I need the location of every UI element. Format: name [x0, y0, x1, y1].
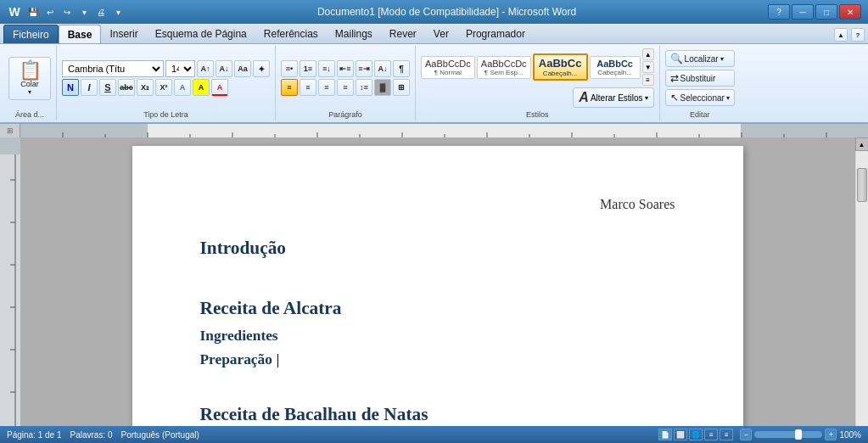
fullscreen-view-btn[interactable]: ⬜ — [674, 429, 687, 440]
heading-ingredientes-1: Ingredientes — [200, 328, 675, 345]
strikethrough-btn[interactable]: abc — [118, 79, 135, 96]
clipboard-group-label: Área d... — [15, 109, 44, 119]
paragraph-group-label: Parágrafo — [328, 109, 362, 119]
styles-group-label: Estilos — [526, 109, 549, 119]
decrease-font-btn[interactable]: A↓ — [216, 60, 232, 77]
tab-inserir[interactable]: Inserir — [101, 25, 146, 43]
text-effects-btn[interactable]: A — [174, 79, 191, 96]
tab-base[interactable]: Base — [59, 25, 102, 43]
zoom-controls[interactable]: − + 100% — [740, 429, 861, 440]
zoom-slider[interactable] — [754, 431, 822, 438]
save-icon[interactable]: 💾 — [25, 4, 41, 20]
tab-ficheiro[interactable]: Ficheiro — [3, 25, 59, 43]
line-spacing-btn[interactable]: ↕≡ — [356, 79, 372, 96]
sort-btn[interactable]: A↓ — [374, 60, 391, 77]
align-center-btn[interactable]: ≡ — [300, 79, 316, 96]
scrollbar-thumb[interactable] — [857, 168, 867, 202]
tab-referencias[interactable]: Referências — [255, 25, 327, 43]
ribbon: 📋 Colar ▾ Área d... Cambria (Títu 14 A↑ — [0, 44, 868, 124]
title-bar: W 💾 ↩ ↪ ▾ 🖨 ▾ Documento1 [Modo de Compat… — [0, 0, 868, 24]
styles-scroll-up[interactable]: ▲ — [642, 48, 654, 60]
tab-rever[interactable]: Rever — [381, 25, 425, 43]
substituir-icon: ⇄ — [670, 72, 679, 84]
bold-btn[interactable]: N — [62, 79, 79, 96]
tab-mailings[interactable]: Mailings — [327, 25, 381, 43]
styles-group: AaBbCcDc ¶ Normal AaBbCcDc ¶ Sem Esp... … — [416, 46, 660, 121]
text-cursor — [277, 354, 278, 367]
document-page[interactable]: Marco Soares Introdução Receita de Alcat… — [132, 146, 743, 443]
svg-rect-20 — [0, 137, 20, 154]
maximize-btn[interactable]: □ — [815, 4, 837, 20]
font-name-select[interactable]: Cambria (Títu — [62, 60, 164, 77]
tab-esquema[interactable]: Esquema de Página — [147, 25, 255, 43]
localizar-btn[interactable]: 🔍 Localizar ▾ — [665, 50, 735, 67]
zoom-level[interactable]: 100% — [839, 430, 861, 440]
highlight-btn[interactable]: A — [193, 79, 210, 96]
style-normal-btn[interactable]: AaBbCcDc ¶ Normal — [421, 56, 475, 79]
print-icon[interactable]: 🖨 — [93, 4, 109, 20]
alterar-estilos-btn[interactable]: A Alterar Estilos ▾ — [573, 87, 653, 108]
tab-programador[interactable]: Programador — [457, 25, 534, 43]
justify-btn[interactable]: ≡ — [337, 79, 354, 96]
increase-font-btn[interactable]: A↑ — [197, 60, 214, 77]
paragraph-group: ≡• 1≡ ≡↓ ⇤≡ ≡⇥ A↓ ¶ ≡ ≡ ≡ ≡ ↕≡ ▓ ⊞ — [276, 46, 416, 121]
document-area[interactable]: Marco Soares Introdução Receita de Alcat… — [0, 137, 868, 443]
font-group-label: Tipo de Letra — [143, 109, 188, 119]
scrollbar-track[interactable] — [856, 151, 868, 429]
increase-indent-btn[interactable]: ≡⇥ — [356, 60, 372, 77]
undo-icon[interactable]: ↩ — [42, 4, 58, 20]
style-semespaco-btn[interactable]: AaBbCcDc ¶ Sem Esp... — [477, 56, 531, 79]
change-case-btn[interactable]: Aa — [234, 60, 251, 77]
styles-expand[interactable]: ≡ — [642, 74, 654, 86]
shading-btn[interactable]: ▓ — [374, 79, 391, 96]
print-view-btn[interactable]: 📄 — [658, 429, 672, 440]
document-scroll-area[interactable]: Marco Soares Introdução Receita de Alcat… — [20, 137, 854, 443]
vertical-scrollbar[interactable]: ▲ ▼ — [854, 137, 868, 443]
web-view-btn[interactable]: 🌐 — [689, 429, 703, 440]
italic-btn[interactable]: I — [81, 79, 98, 96]
bullets-btn[interactable]: ≡• — [281, 60, 298, 77]
heading-receita-bacalhau: Receita de Bacalhau de Natas — [200, 404, 675, 425]
horizontal-ruler — [20, 124, 868, 137]
view-mode-btns[interactable]: 📄 ⬜ 🌐 ≡ ≡ — [658, 429, 733, 440]
style-heading1-btn[interactable]: AaBbCc Cabeçalh... — [533, 53, 588, 81]
subscript-btn[interactable]: X₂ — [137, 79, 154, 96]
zoom-out-btn[interactable]: − — [740, 429, 752, 440]
ribbon-collapse-btn[interactable]: ▲ — [834, 28, 848, 42]
style-heading2-btn[interactable]: AaBbCc Cabeçalh... — [590, 56, 641, 79]
scrollbar-up-btn[interactable]: ▲ — [855, 137, 869, 151]
window-title: Documento1 [Modo de Compatibilidade] - M… — [126, 6, 768, 18]
seleccionar-btn[interactable]: ↖ Seleccionar ▾ — [665, 89, 735, 106]
outline-view-btn[interactable]: ≡ — [704, 429, 718, 440]
window-controls[interactable]: ? ─ □ ✕ — [768, 4, 861, 20]
zoom-in-btn[interactable]: + — [825, 429, 837, 440]
undo-dropdown-icon[interactable]: ▾ — [76, 4, 92, 20]
font-color-btn[interactable]: A — [211, 79, 228, 96]
underline-btn[interactable]: S — [99, 79, 116, 96]
toolbar-dropdown-icon[interactable]: ▾ — [110, 4, 126, 20]
draft-view-btn[interactable]: ≡ — [720, 429, 733, 440]
help-btn[interactable]: ? — [768, 4, 790, 20]
quick-access-toolbar[interactable]: 💾 ↩ ↪ ▾ 🖨 ▾ — [25, 4, 126, 20]
zoom-thumb[interactable] — [795, 429, 802, 440]
decrease-indent-btn[interactable]: ⇤≡ — [337, 60, 354, 77]
redo-icon[interactable]: ↪ — [59, 4, 75, 20]
tab-ver[interactable]: Ver — [425, 25, 457, 43]
multilevel-btn[interactable]: ≡↓ — [318, 60, 335, 77]
help-ribbon-btn[interactable]: ? — [851, 28, 865, 42]
substituir-btn[interactable]: ⇄ Substituir — [665, 70, 735, 87]
paste-button[interactable]: 📋 Colar ▾ — [8, 57, 51, 100]
borders-btn[interactable]: ⊞ — [393, 79, 410, 96]
clear-format-btn[interactable]: ✦ — [253, 60, 270, 77]
close-btn[interactable]: ✕ — [839, 4, 861, 20]
align-left-btn[interactable]: ≡ — [281, 79, 298, 96]
font-size-select[interactable]: 14 — [165, 60, 195, 77]
minimize-btn[interactable]: ─ — [792, 4, 814, 20]
styles-scroll[interactable]: ▲ ▼ ≡ — [642, 48, 654, 86]
ruler-corner: ⊞ — [0, 124, 20, 137]
numbering-btn[interactable]: 1≡ — [300, 60, 316, 77]
styles-scroll-down[interactable]: ▼ — [642, 61, 654, 73]
align-right-btn[interactable]: ≡ — [318, 79, 335, 96]
show-marks-btn[interactable]: ¶ — [393, 60, 410, 77]
superscript-btn[interactable]: X² — [155, 79, 172, 96]
